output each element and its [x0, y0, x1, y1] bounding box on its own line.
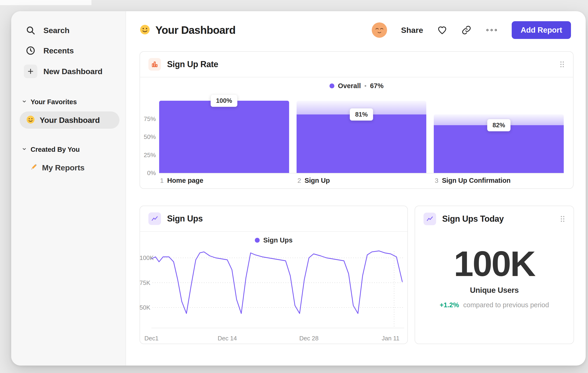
- funnel-step-label: 3Sign Up Confirmation: [434, 177, 564, 184]
- line-chart-svg: [145, 248, 407, 329]
- created-by-you-section-header[interactable]: Created By You: [22, 144, 80, 155]
- x-axis-label: Jan 11: [382, 335, 399, 342]
- y-axis-label: 50K: [139, 304, 150, 311]
- add-report-button[interactable]: Add Report: [512, 21, 571, 39]
- chevron-down-icon: [22, 99, 27, 105]
- heart-icon[interactable]: [437, 25, 447, 35]
- conversion-rate-tag: 81%: [350, 108, 373, 121]
- card-header: Sign Ups Today: [415, 206, 574, 232]
- funnel-step-label: 1Home page: [159, 177, 289, 184]
- step-name: Sign Up Confirmation: [442, 177, 511, 184]
- card-title: Sign Ups: [167, 214, 203, 223]
- line-chart-icon: [148, 212, 161, 225]
- sidebar-item-my-reports[interactable]: My Reports: [29, 161, 84, 174]
- y-axis-label: 75K: [139, 279, 150, 286]
- funnel-chart: 75%50%25%0% 100%81%82% 1Home page2Sign U…: [159, 101, 564, 173]
- funnel-bar-fill: [434, 125, 564, 173]
- step-number: 1: [160, 177, 164, 184]
- legend-separator: •: [365, 82, 367, 90]
- sign-ups-card: Sign Ups Sign Ups 100K75K50KDec1Dec 14De…: [139, 206, 408, 344]
- funnel-bar-fill: [159, 101, 289, 173]
- main-content: Your Dashboard Share Add Report: [126, 11, 586, 365]
- funnel-step-label: 2Sign Up: [297, 177, 427, 184]
- y-axis-label: 25%: [141, 151, 156, 159]
- x-axis-label: Dec 14: [218, 335, 237, 342]
- card-header: Sign Up Rate: [140, 52, 573, 77]
- smiley-icon: [26, 115, 35, 125]
- funnel-y-axis: 75%50%25%0%: [141, 101, 156, 173]
- sidebar-item-your-dashboard[interactable]: Your Dashboard: [20, 111, 119, 129]
- sidebar-item-label: Recents: [43, 46, 74, 55]
- pencil-icon: [29, 163, 38, 172]
- drag-handle-icon[interactable]: [559, 61, 565, 68]
- metric-chart-icon: [423, 213, 436, 225]
- card-title: Sign Up Rate: [167, 60, 218, 69]
- clock-icon: [24, 44, 37, 57]
- background-window-strip: [0, 0, 92, 5]
- funnel-baseline: [159, 173, 564, 173]
- step-number: 3: [435, 177, 438, 184]
- delta-note: compared to previous period: [463, 301, 549, 309]
- funnel-step-labels: 1Home page2Sign Up3Sign Up Confirmation: [159, 177, 564, 184]
- y-axis-label: 0%: [141, 169, 156, 177]
- step-name: Home page: [167, 177, 203, 184]
- line-chart-area: 100K75K50KDec1Dec 14Dec 28Jan 11: [145, 248, 407, 345]
- sidebar-item-recents[interactable]: Recents: [24, 43, 74, 58]
- favorites-section-header[interactable]: Your Favorites: [22, 96, 77, 108]
- funnel-plot: 100%81%82%: [159, 101, 564, 173]
- line-legend: Sign Ups: [140, 235, 407, 245]
- search-icon: [24, 24, 37, 37]
- x-axis-label: Dec 28: [299, 335, 318, 342]
- legend-value: 67%: [370, 82, 384, 90]
- sidebar-item-search[interactable]: Search: [24, 23, 70, 38]
- app-window: Search Recents New Dashboard Your Favori…: [11, 11, 586, 365]
- link-icon[interactable]: [461, 25, 472, 35]
- funnel-bar-step-3[interactable]: 82%: [434, 101, 564, 173]
- plus-icon: [24, 65, 37, 78]
- conversion-rate-tag: 82%: [487, 119, 511, 131]
- x-axis-label: Dec1: [144, 335, 159, 342]
- sidebar-item-label: Search: [43, 26, 70, 35]
- sidebar: Search Recents New Dashboard Your Favori…: [11, 11, 126, 365]
- sidebar-item-label: Your Dashboard: [40, 116, 100, 125]
- dashboard-header: Your Dashboard: [139, 22, 235, 38]
- delta-value: +1.2%: [440, 301, 459, 309]
- funnel-bar-step-1[interactable]: 100%: [159, 101, 289, 173]
- metric-delta: +1.2% compared to previous period: [415, 301, 574, 309]
- drag-handle-icon[interactable]: [560, 215, 565, 222]
- legend-label: Sign Ups: [263, 236, 293, 244]
- legend-dot: [255, 238, 260, 243]
- page-title: Your Dashboard: [155, 24, 235, 36]
- funnel-bar-fill: [297, 114, 427, 173]
- y-axis-label: 75%: [141, 115, 156, 123]
- metric-label: Unique Users: [415, 286, 574, 295]
- section-title: Your Favorites: [31, 98, 77, 106]
- sign-ups-line-series: [151, 251, 402, 313]
- card-title: Sign Ups Today: [442, 214, 504, 224]
- funnel-bar-step-2[interactable]: 81%: [297, 101, 427, 173]
- sidebar-item-label: New Dashboard: [43, 67, 102, 76]
- section-title: Created By You: [31, 146, 80, 153]
- sidebar-item-label: My Reports: [42, 163, 84, 172]
- bar-chart-icon: [148, 58, 161, 71]
- card-header: Sign Ups: [140, 206, 407, 232]
- conversion-rate-tag: 100%: [211, 95, 238, 107]
- y-axis-label: 100K: [139, 254, 150, 262]
- avatar[interactable]: [372, 22, 387, 38]
- legend-dot: [329, 83, 334, 88]
- funnel-legend: Overall • 67%: [140, 81, 573, 91]
- metric-value: 100K: [415, 243, 574, 284]
- more-options-icon[interactable]: [486, 27, 498, 33]
- sign-ups-today-card: Sign Ups Today 100K Unique Users +1.2% c…: [415, 206, 574, 344]
- header-actions: Share Add Report: [372, 21, 571, 39]
- step-name: Sign Up: [304, 177, 330, 184]
- share-button[interactable]: Share: [401, 26, 423, 35]
- step-number: 2: [297, 177, 301, 184]
- sign-up-rate-card: Sign Up Rate Overall • 67% 75%50%25%0% 1…: [139, 51, 574, 189]
- sidebar-item-new-dashboard[interactable]: New Dashboard: [24, 64, 102, 79]
- chevron-down-icon: [22, 146, 27, 152]
- y-axis-label: 50%: [141, 133, 156, 141]
- dashboard-emoji-icon: [139, 24, 150, 36]
- legend-label: Overall: [338, 82, 361, 90]
